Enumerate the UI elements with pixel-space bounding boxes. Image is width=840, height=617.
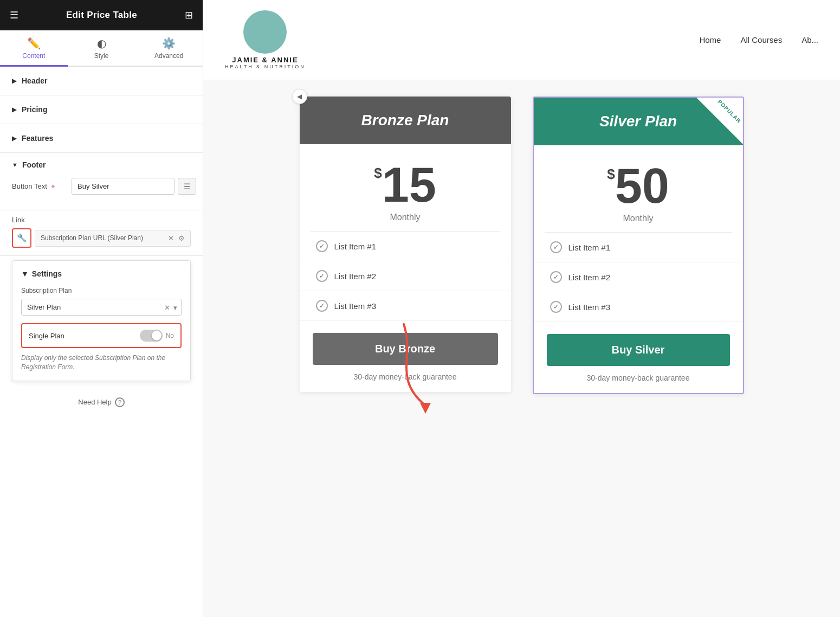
nav-links: Home All Courses Ab...	[699, 35, 818, 44]
silver-price-area: $ 50 Monthly	[534, 145, 743, 232]
bronze-list-item-3: ✓ List Item #3	[300, 291, 511, 321]
panel-tabs: ✏️ Content ◐ Style ⚙️ Advanced	[0, 30, 203, 67]
link-clear-icon[interactable]: ✕	[168, 234, 174, 242]
site-logo: JAMIE & ANNIE HEALTH & NUTRITION	[225, 10, 306, 69]
silver-card-footer: Buy Silver 30-day money-back guarantee	[534, 322, 743, 393]
footer-section-title[interactable]: ▼ Footer	[12, 160, 191, 169]
need-help-label: Need Help	[78, 398, 111, 406]
bronze-item-1-text: List Item #1	[334, 242, 377, 251]
bronze-item-2-text: List Item #2	[334, 272, 377, 281]
silver-check-icon-3: ✓	[550, 301, 562, 313]
select-icons: ✕ ▾	[164, 303, 177, 311]
nav-link-courses[interactable]: All Courses	[740, 35, 782, 44]
subscription-plan-label: Subscription Plan	[21, 287, 182, 294]
silver-item-1-text: List Item #1	[568, 243, 611, 252]
bronze-price-dollar: $	[374, 166, 382, 180]
bronze-item-3-text: List Item #3	[334, 301, 377, 311]
bronze-list-item-1: ✓ List Item #1	[300, 232, 511, 261]
chevron-right-icon-2: ▶	[12, 106, 16, 113]
link-label: Link	[12, 216, 191, 224]
single-plan-row: Single Plan No	[21, 323, 182, 348]
tab-advanced-label: Advanced	[154, 52, 183, 60]
nav-link-home[interactable]: Home	[699, 35, 721, 44]
section-features[interactable]: ▶ Features	[0, 124, 203, 153]
logo-text: JAMIE & ANNIE	[232, 56, 298, 64]
bronze-plan-card: Bronze Plan $ 15 Monthly ✓ List Item #1 …	[300, 97, 511, 392]
check-icon: ✓	[316, 240, 328, 252]
need-help[interactable]: Need Help ?	[0, 389, 203, 416]
link-row: 🔧 Subscription Plan URL (Silver Plan) ✕ …	[12, 228, 191, 248]
dynamic-icon: ✦	[50, 182, 56, 191]
select-clear-icon[interactable]: ✕	[164, 303, 170, 311]
style-tab-icon: ◐	[97, 37, 106, 50]
button-text-input[interactable]	[72, 178, 175, 195]
right-content: JAMIE & ANNIE HEALTH & NUTRITION Home Al…	[203, 0, 840, 617]
footer-section: ▼ Footer Button Text ✦ ☰	[0, 153, 203, 210]
help-icon: ?	[115, 397, 125, 407]
check-icon-3: ✓	[316, 300, 328, 312]
toggle-state-label: No	[166, 332, 174, 339]
link-settings-icon[interactable]: ⚙	[178, 234, 185, 242]
bronze-price-period: Monthly	[311, 213, 500, 222]
tab-style[interactable]: ◐ Style	[68, 30, 135, 67]
chevron-down-icon: ▼	[12, 162, 18, 168]
single-plan-toggle[interactable]	[140, 330, 163, 342]
panel-content: ▶ Header ▶ Pricing ▶ Features ▼ Footer B…	[0, 67, 203, 617]
silver-price-amount: $ 50	[545, 162, 732, 210]
grid-icon[interactable]: ⊞	[185, 9, 193, 21]
silver-guarantee: 30-day money-back guarantee	[547, 374, 730, 382]
buy-silver-button[interactable]: Buy Silver	[547, 334, 730, 366]
link-text-box: Subscription Plan URL (Silver Plan) ✕ ⚙	[35, 230, 191, 247]
button-text-field-row: Button Text ✦ ☰	[12, 178, 191, 195]
link-edit-button[interactable]: 🔧	[12, 228, 31, 248]
tab-style-label: Style	[94, 52, 109, 60]
panel-title: Edit Price Table	[66, 10, 137, 21]
link-text: Subscription Plan URL (Silver Plan)	[41, 234, 143, 242]
bronze-guarantee: 30-day money-back guarantee	[313, 372, 498, 381]
bronze-card-footer: Buy Bronze 30-day money-back guarantee	[300, 321, 511, 392]
silver-list-item-2: ✓ List Item #2	[534, 262, 743, 292]
tab-advanced[interactable]: ⚙️ Advanced	[135, 30, 203, 67]
logo-sub: HEALTH & NUTRITION	[225, 64, 306, 69]
bronze-list-item-2: ✓ List Item #2	[300, 261, 511, 291]
chevron-right-icon: ▶	[12, 78, 16, 85]
silver-price-dollar: $	[607, 167, 615, 181]
silver-check-icon-1: ✓	[550, 241, 562, 253]
single-plan-label: Single Plan	[29, 332, 64, 340]
section-features-label: Features	[22, 134, 53, 143]
button-text-input-wrap: ☰	[72, 178, 196, 195]
toggle-knob	[152, 331, 161, 340]
nav-link-about[interactable]: Ab...	[802, 35, 818, 44]
pricing-area: ◀ Bronze Plan $ 15 Monthly ✓ List Item #…	[203, 80, 840, 617]
section-header[interactable]: ▶ Header	[0, 67, 203, 95]
select-dropdown-icon[interactable]: ▾	[173, 303, 177, 311]
check-icon-2: ✓	[316, 270, 328, 282]
silver-card-header: Silver Plan POPULAR	[534, 98, 743, 145]
buy-bronze-button[interactable]: Buy Bronze	[313, 333, 498, 365]
settings-title: ▼ Settings	[21, 269, 182, 278]
subscription-plan-select-wrap: Silver Plan Bronze Plan Gold Plan ✕ ▾	[21, 299, 182, 316]
link-section: Link 🔧 Subscription Plan URL (Silver Pla…	[0, 210, 203, 256]
tab-content-label: Content	[22, 52, 45, 60]
advanced-tab-icon: ⚙️	[162, 37, 176, 50]
align-button[interactable]: ☰	[178, 178, 196, 195]
silver-list-item-3: ✓ List Item #3	[534, 292, 743, 322]
section-pricing[interactable]: ▶ Pricing	[0, 95, 203, 124]
bronze-card-header: Bronze Plan	[300, 97, 511, 144]
site-nav: JAMIE & ANNIE HEALTH & NUTRITION Home Al…	[203, 0, 840, 80]
helper-text: Display only the selected Subscription P…	[21, 354, 182, 372]
tab-content[interactable]: ✏️ Content	[0, 30, 68, 67]
settings-chevron-icon: ▼	[21, 269, 29, 278]
hamburger-icon[interactable]: ☰	[10, 9, 18, 21]
button-text-label: Button Text ✦	[12, 182, 72, 191]
content-tab-icon: ✏️	[27, 37, 41, 50]
section-pricing-label: Pricing	[22, 105, 47, 114]
bronze-price-number: 15	[382, 160, 436, 209]
link-actions: ✕ ⚙	[168, 234, 185, 242]
section-header-label: Header	[22, 76, 47, 85]
footer-label: Footer	[22, 160, 46, 169]
subscription-plan-select[interactable]: Silver Plan Bronze Plan Gold Plan	[21, 299, 182, 316]
popular-text: POPULAR	[710, 97, 744, 131]
left-panel: ☰ Edit Price Table ⊞ ✏️ Content ◐ Style …	[0, 0, 203, 617]
collapse-panel-button[interactable]: ◀	[292, 89, 307, 104]
